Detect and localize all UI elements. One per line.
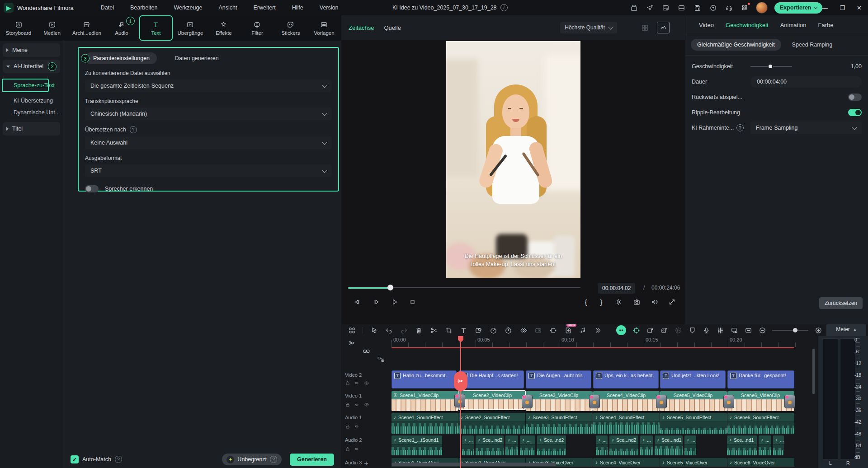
export-frame-icon[interactable] [660, 326, 668, 334]
mute-icon[interactable] [354, 380, 360, 386]
mute-icon[interactable] [354, 424, 360, 429]
unlink-icon[interactable] [348, 339, 356, 347]
reverse-toggle[interactable] [848, 94, 862, 101]
add-track-button[interactable]: + [364, 459, 368, 468]
split-icon[interactable] [429, 326, 438, 334]
clip-thumbnail[interactable] [454, 394, 465, 407]
export-button[interactable]: Exportieren [774, 2, 822, 14]
generate-button[interactable]: Generieren [290, 454, 334, 466]
sidebar-item-ki-uebersetzung[interactable]: KI-Übersetzung [14, 98, 63, 104]
lock-icon[interactable] [345, 380, 350, 386]
video-clip[interactable]: Scene4_VideoClip [593, 391, 660, 411]
format-select[interactable]: SRT [85, 164, 332, 177]
menu-datei[interactable]: Datei [101, 5, 114, 11]
keyframe-icon[interactable] [519, 326, 527, 334]
translate-select[interactable]: Keine Auswahl [85, 136, 332, 149]
timer-icon[interactable] [504, 326, 512, 334]
sound-effect-clip[interactable]: ♪Scene1_SoundEffect [392, 413, 458, 434]
sound-effect-clip[interactable]: ♪Scene5_SoundEffect [660, 413, 727, 434]
user-avatar[interactable] [756, 2, 768, 14]
link-icon[interactable] [362, 347, 370, 355]
tab-filter[interactable]: Filter [241, 16, 273, 40]
visibility-icon[interactable] [364, 402, 369, 407]
ambient-sound-clip[interactable]: ♪Sce...nd1 [655, 435, 683, 455]
unlimited-pill[interactable]: ✦ Unbegrenzt ? [222, 454, 282, 465]
language-select[interactable]: Chinesisch (Mandarin) [85, 108, 332, 120]
ambient-sound-clip[interactable]: ♪... [462, 435, 474, 455]
help-icon[interactable]: ? [130, 126, 137, 133]
clip-thumbnail[interactable] [589, 395, 600, 408]
subtitle-clip[interactable]: TDie Augen...aubt mir. [526, 370, 591, 388]
menu-bearbeiten[interactable]: Bearbeiten [130, 5, 157, 11]
ambient-sound-clip[interactable]: ♪... [640, 435, 653, 455]
tab-daten-generieren[interactable]: Daten generieren [175, 55, 219, 61]
mute-icon[interactable] [354, 402, 360, 407]
mask-icon[interactable] [474, 326, 482, 334]
tab-farbe[interactable]: Farbe [818, 22, 833, 28]
workspace-layout-icon[interactable] [348, 326, 356, 334]
ambient-sound-clip[interactable]: ♪... [505, 435, 518, 455]
snapshot-icon[interactable] [631, 295, 642, 309]
close-button[interactable]: ✕ [857, 5, 862, 11]
ripple-toggle[interactable] [848, 109, 862, 116]
crop-icon[interactable] [444, 326, 453, 334]
select-tool-icon[interactable] [370, 326, 378, 334]
preview-settings-icon[interactable] [613, 295, 624, 309]
delete-icon[interactable] [415, 326, 423, 334]
voiceover-mic-icon[interactable] [702, 326, 710, 334]
ai-frame-select[interactable]: Frame-Sampling [750, 122, 862, 134]
video-preview[interactable]: Die Hautpflege ist der Schlüssel für ein… [446, 41, 580, 278]
tab-storyboard[interactable]: AI Storyboard [3, 16, 34, 40]
ai-copilot-icon[interactable] [616, 325, 626, 335]
scrubber-handle[interactable] [387, 285, 393, 290]
help-icon[interactable]: ? [736, 124, 744, 131]
current-timecode[interactable]: 00:00:04:02 [598, 283, 635, 294]
speaker-detect-toggle[interactable] [85, 185, 99, 192]
more-tools-icon[interactable] [594, 326, 602, 334]
sidebar-item-meine[interactable]: Meine [3, 43, 60, 57]
auto-ripple-icon[interactable] [632, 326, 640, 334]
ambient-sound-clip[interactable]: ♪... [520, 435, 535, 455]
ambient-sound-clip[interactable]: ♪Sce...nd2 [537, 435, 566, 455]
menu-ansicht[interactable]: Ansicht [218, 5, 237, 11]
text-tool-icon[interactable] [459, 326, 467, 334]
subtitle-clip[interactable]: TDanke für...gespannt! [727, 370, 794, 388]
speed-slider-handle[interactable] [768, 64, 773, 69]
clip-thumbnail[interactable] [522, 395, 533, 408]
support-headset-icon[interactable] [724, 3, 733, 12]
video-clip[interactable]: Scene1_VideoClip [392, 391, 458, 411]
reset-button[interactable]: Zurücksetzen [819, 297, 863, 309]
help-icon[interactable]: ? [115, 456, 122, 463]
dock-panel-icon[interactable] [677, 3, 686, 12]
sound-effect-clip[interactable]: ♪Scene6_SoundEffect [727, 413, 794, 434]
scopes-icon[interactable] [657, 22, 670, 33]
clip-thumbnail[interactable] [784, 395, 795, 408]
subtab-uniform-speed[interactable]: Gleichmäßige Geschwindigkeit [691, 39, 781, 51]
meter-toggle-button[interactable]: Meter▲ [826, 324, 866, 336]
ambient-sound-clip[interactable]: ♪Sce...nd2 [609, 435, 638, 455]
sidebar-item-sprache-zu-text[interactable]: Sprache-zu-Text [2, 79, 49, 92]
subtitle-clip[interactable]: TDie Hautpf...s starten! [458, 370, 524, 388]
volume-icon[interactable] [649, 295, 660, 309]
multi-view-icon[interactable] [639, 22, 651, 33]
quality-select[interactable]: Höchste Qualität [560, 22, 617, 33]
sidebar-item-dynamische-untertitel[interactable]: Dynamische Unt... [14, 109, 63, 116]
ambient-sound-clip[interactable]: ♪... [773, 435, 784, 455]
audio-mixer-icon[interactable] [716, 326, 724, 334]
sidebar-item-ai-untertitel[interactable]: AI-Untertitel 2 [3, 60, 60, 73]
gift-icon[interactable] [629, 3, 638, 12]
clip-preview-icon[interactable] [730, 326, 738, 334]
preview-scrubber[interactable] [348, 285, 580, 291]
audio-stretch-icon[interactable] [534, 326, 542, 334]
task-list-icon[interactable] [661, 3, 670, 12]
menu-werkzeuge[interactable]: Werkzeuge [174, 5, 202, 11]
next-frame-button[interactable] [370, 295, 382, 309]
duration-input[interactable]: 00:00:04:00 [750, 76, 862, 88]
ambient-sound-clip[interactable]: ♪... [759, 435, 771, 455]
export-clip-icon[interactable] [646, 326, 654, 334]
file-select[interactable]: Die gesamte Zeitleisten-Sequenz [85, 80, 332, 92]
visibility-icon[interactable] [364, 380, 369, 386]
freeze-frame-icon[interactable] [549, 326, 557, 334]
beat-detect-icon[interactable] [579, 326, 587, 334]
automatch-checkbox[interactable]: ✓ [71, 455, 79, 463]
